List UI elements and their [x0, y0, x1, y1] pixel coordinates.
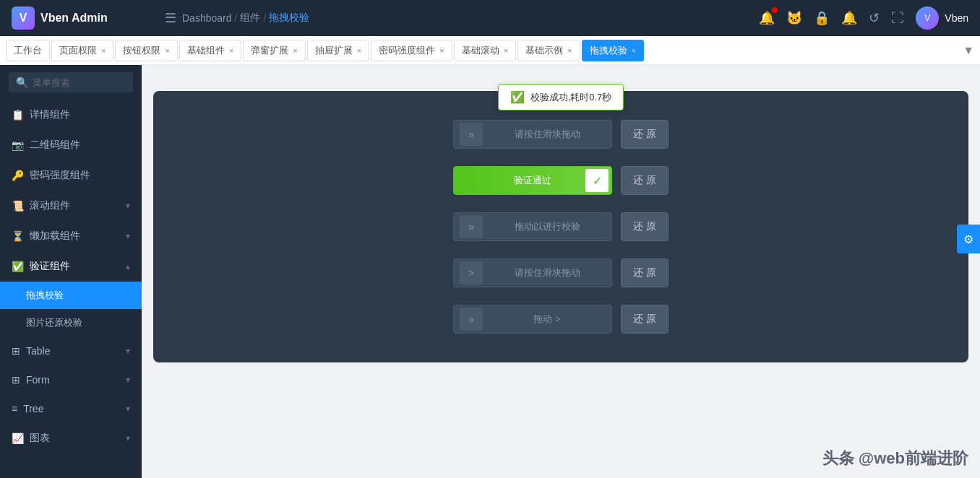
- restore-btn-5[interactable]: 还 原: [621, 305, 669, 334]
- sidebar-item-qrcode-label: 二维码组件: [30, 139, 80, 152]
- tabs-expand-button[interactable]: ▼: [963, 44, 974, 57]
- tab-workbench[interactable]: 工作台: [6, 40, 50, 61]
- drag-track-3[interactable]: » 拖动以进行校验: [453, 212, 612, 241]
- sidebar-item-table[interactable]: ⊞ Table ▾: [0, 336, 142, 365]
- tab-drag-verify-label: 拖拽校验: [590, 44, 627, 57]
- drag-handle-4-icon: >: [468, 267, 474, 279]
- sidebar-item-lazy-arrow: ▾: [126, 231, 130, 241]
- tab-drag-verify[interactable]: 拖拽校验 ×: [582, 40, 644, 61]
- verify-row-4: > 请按住滑块拖动 还 原: [431, 258, 691, 287]
- sidebar-item-scroll-arrow: ▾: [126, 201, 130, 211]
- drag-handle-5-icon: »: [468, 313, 474, 325]
- drag-text-1: 请按住滑块拖动: [489, 128, 606, 141]
- drag-handle-3-icon: »: [468, 221, 474, 233]
- sidebar-item-detail-component[interactable]: 📋 详情组件: [0, 100, 142, 130]
- sidebar-item-detail-icon: 📋: [12, 109, 24, 121]
- sidebar-item-chart-icon: 📈: [12, 433, 24, 444]
- drag-handle-5[interactable]: »: [460, 308, 483, 331]
- sidebar-item-lazy-label: 懒加载组件: [30, 230, 80, 243]
- sidebar-subitem-drag-verify-label: 拖拽校验: [26, 289, 64, 302]
- tab-modal-extend[interactable]: 弹窗扩展 ×: [243, 40, 305, 61]
- breadcrumb-dashboard[interactable]: Dashboard: [182, 12, 232, 24]
- sidebar-item-form-label: Form: [26, 374, 50, 386]
- tab-basic-scroll-close[interactable]: ×: [504, 46, 508, 55]
- sidebar-item-qrcode[interactable]: 📷 二维码组件: [0, 130, 142, 160]
- tab-modal-extend-label: 弹窗扩展: [251, 44, 288, 57]
- drag-text-4: 请按住滑块拖动: [489, 266, 606, 279]
- tab-basic-component-close[interactable]: ×: [229, 46, 233, 55]
- breadcrumb-sep1: /: [235, 12, 238, 24]
- drag-handle-1[interactable]: »: [460, 123, 483, 146]
- sidebar-item-detail-label: 详情组件: [30, 108, 70, 121]
- sidebar-item-password[interactable]: 🔑 密码强度组件: [0, 160, 142, 191]
- sidebar-item-lazy-icon: ⏳: [12, 230, 24, 242]
- sidebar-subitem-drag-verify[interactable]: 拖拽校验: [0, 282, 142, 309]
- tab-drawer-extend-label: 抽屉扩展: [315, 44, 353, 57]
- sidebar-item-chart-arrow: ▾: [126, 433, 130, 443]
- drag-track-4[interactable]: > 请按住滑块拖动: [453, 258, 612, 287]
- sidebar-subitem-image-restore[interactable]: 图片还原校验: [0, 309, 142, 336]
- tab-btn-permission-close[interactable]: ×: [165, 46, 169, 55]
- restore-btn-1[interactable]: 还 原: [621, 120, 669, 149]
- tab-drawer-extend-close[interactable]: ×: [357, 46, 361, 55]
- tab-page-permission-close[interactable]: ×: [101, 46, 106, 55]
- sidebar-item-chart[interactable]: 📈 图表 ▾: [0, 423, 142, 453]
- bell-icon[interactable]: 🔔: [759, 10, 775, 26]
- tab-basic-demo-close[interactable]: ×: [567, 46, 572, 55]
- lock-icon[interactable]: 🔒: [814, 10, 830, 26]
- notification-bell-icon[interactable]: 🔔: [841, 10, 857, 26]
- restore-btn-4[interactable]: 还 原: [621, 258, 669, 287]
- tab-basic-scroll[interactable]: 基础滚动 ×: [454, 40, 516, 61]
- sidebar-item-form[interactable]: ⊞ Form ▾: [0, 365, 142, 394]
- drag-handle-2[interactable]: ✓: [585, 169, 609, 192]
- tab-modal-extend-close[interactable]: ×: [293, 46, 297, 55]
- tab-password-strength[interactable]: 密码强度组件 ×: [371, 40, 452, 61]
- content-area: ✅ 校验成功,耗时0.7秒 » 请按住滑块拖动 还 原: [142, 65, 980, 478]
- sidebar-item-verify[interactable]: ✅ 验证组件 ▴: [0, 251, 142, 282]
- fullscreen-icon[interactable]: ⛶: [891, 11, 904, 26]
- tab-password-strength-close[interactable]: ×: [439, 46, 444, 55]
- drag-track-2[interactable]: 验证通过 ✓: [453, 166, 612, 195]
- settings-handle[interactable]: ⚙: [957, 225, 980, 253]
- refresh-icon[interactable]: ↺: [869, 10, 880, 26]
- sidebar-item-tree[interactable]: ≡ Tree ▾: [0, 394, 142, 423]
- sidebar: 🔍 📋 详情组件 📷 二维码组件 🔑 密码强度组件 📜 滚动组件 ▾ ⏳ 懒加载…: [0, 65, 142, 478]
- tab-page-permission[interactable]: 页面权限 ×: [51, 40, 113, 61]
- drag-track-1[interactable]: » 请按住滑块拖动: [453, 120, 612, 149]
- search-box: 🔍: [9, 72, 133, 92]
- breadcrumb-sep2: /: [263, 12, 266, 24]
- tab-drawer-extend[interactable]: 抽屉扩展 ×: [307, 40, 369, 61]
- watermark: 头条 @web前端进阶: [822, 448, 968, 469]
- sidebar-item-lazy[interactable]: ⏳ 懒加载组件 ▾: [0, 221, 142, 251]
- sidebar-item-tree-label: Tree: [23, 403, 43, 414]
- restore-btn-2[interactable]: 还 原: [621, 166, 669, 195]
- tab-basic-component-label: 基础组件: [187, 44, 225, 57]
- sidebar-item-tree-icon: ≡: [12, 403, 17, 414]
- user-area[interactable]: V Vben: [916, 6, 968, 30]
- sidebar-subitem-image-restore-label: 图片还原校验: [26, 316, 82, 329]
- toast-message: ✅ 校验成功,耗时0.7秒: [498, 84, 624, 110]
- restore-btn-3[interactable]: 还 原: [621, 212, 669, 241]
- breadcrumb-current: 拖拽校验: [269, 12, 309, 25]
- github-icon[interactable]: 🐱: [786, 10, 802, 26]
- logo-text: Vben Admin: [40, 12, 108, 25]
- drag-track-5[interactable]: » 拖动 >: [453, 305, 612, 334]
- sidebar-item-scroll[interactable]: 📜 滚动组件 ▾: [0, 191, 142, 221]
- verify-row-3: » 拖动以进行校验 还 原: [431, 212, 691, 241]
- drag-handle-1-icon: »: [468, 129, 474, 140]
- breadcrumb-components[interactable]: 组件: [240, 12, 260, 25]
- verify-row-1: » 请按住滑块拖动 还 原: [431, 120, 691, 149]
- menu-search-input[interactable]: [33, 77, 142, 88]
- drag-handle-4[interactable]: >: [460, 261, 483, 284]
- drag-verify-area: » 请按住滑块拖动 还 原 验证通过 ✓ 还 原: [153, 91, 968, 362]
- menu-toggle-icon[interactable]: ☰: [165, 10, 176, 26]
- tab-basic-component[interactable]: 基础组件 ×: [179, 40, 241, 61]
- sidebar-item-scroll-label: 滚动组件: [30, 199, 70, 212]
- tab-basic-demo[interactable]: 基础示例 ×: [517, 40, 580, 61]
- drag-handle-3[interactable]: »: [460, 215, 483, 238]
- tab-btn-permission[interactable]: 按钮权限 ×: [115, 40, 177, 61]
- sidebar-item-verify-label: 验证组件: [30, 260, 70, 273]
- sidebar-item-password-label: 密码强度组件: [30, 169, 90, 182]
- page-content: ✅ 校验成功,耗时0.7秒 » 请按住滑块拖动 还 原: [142, 65, 980, 478]
- tab-drag-verify-close[interactable]: ×: [632, 46, 636, 55]
